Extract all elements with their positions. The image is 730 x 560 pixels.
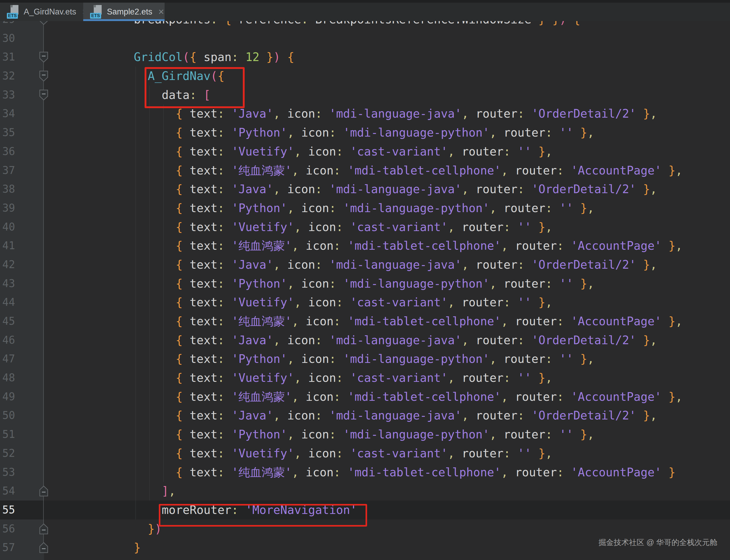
code-line-36[interactable]: 36{ text: 'Vuetify', icon: 'cast-variant… xyxy=(0,142,730,161)
line-number: 37 xyxy=(0,161,15,180)
fold-start-icon[interactable] xyxy=(39,70,48,83)
token: icon xyxy=(280,107,315,120)
token: , xyxy=(273,107,280,120)
code-line-37[interactable]: 37{ text: '纯血鸿蒙', icon: 'mdi-tablet-cell… xyxy=(0,161,730,180)
token: 'cast-variant' xyxy=(350,371,448,384)
code-line-35[interactable]: 35{ text: 'Python', icon: 'mdi-language-… xyxy=(0,123,730,142)
close-icon[interactable]: ✕ xyxy=(158,8,164,16)
token: router xyxy=(455,220,504,234)
code-line-53[interactable]: 53{ text: '纯血鸿蒙', icon: 'mdi-tablet-cell… xyxy=(0,463,730,482)
line-number: 31 xyxy=(0,48,15,67)
code-line-48[interactable]: 48{ text: 'Vuetify', icon: 'cast-variant… xyxy=(0,368,730,387)
token xyxy=(336,277,343,290)
annotation-box-morerouter xyxy=(159,504,367,527)
code-line-38[interactable]: 38{ text: 'Java', icon: 'mdi-language-ja… xyxy=(0,180,730,199)
token: , xyxy=(462,182,469,196)
token xyxy=(217,21,225,26)
code-line-39[interactable]: 39{ text: 'Python', icon: 'mdi-language-… xyxy=(0,199,730,218)
token xyxy=(532,145,539,158)
code-line-31[interactable]: 31GridCol({ span: 12 }) { xyxy=(0,48,730,67)
token xyxy=(224,126,231,139)
token: router xyxy=(469,258,518,271)
code-line-44[interactable]: 44{ text: 'Vuetify', icon: 'cast-variant… xyxy=(0,293,730,312)
token: , xyxy=(287,352,294,366)
token: router xyxy=(497,428,545,441)
code-line-34[interactable]: 34{ text: 'Java', icon: 'mdi-language-ja… xyxy=(0,104,730,123)
token xyxy=(224,182,231,196)
token: 'mdi-language-java' xyxy=(329,409,462,422)
code-line-50[interactable]: 50{ text: 'Java', icon: 'mdi-language-ja… xyxy=(0,406,730,425)
code-text: { text: '纯血鸿蒙', icon: 'mdi-tablet-cellph… xyxy=(176,463,676,482)
editor-tab-bar: ETS A_GirdNav.ets ✕ ETS Sample2.ets ✕ xyxy=(0,0,730,21)
token xyxy=(564,164,571,177)
fold-start-icon[interactable] xyxy=(39,51,48,64)
code-line-40[interactable]: 40{ text: 'Vuetify', icon: 'cast-variant… xyxy=(0,218,730,237)
token: '纯血鸿蒙' xyxy=(231,239,292,252)
code-text: { text: 'Python', icon: 'mdi-language-py… xyxy=(176,199,594,218)
token xyxy=(340,164,347,177)
tab-sample2-ets[interactable]: ETS Sample2.ets ✕ xyxy=(83,3,165,21)
token xyxy=(322,409,329,422)
code-line-46[interactable]: 46{ text: 'Java', icon: 'mdi-language-ja… xyxy=(0,331,730,350)
token: 'mdi-tablet-cellphone' xyxy=(347,239,501,252)
code-text: { text: 'Python', icon: 'mdi-language-py… xyxy=(176,425,594,444)
token: : xyxy=(504,145,511,158)
fold-start-icon[interactable] xyxy=(39,89,48,102)
code-line-30[interactable]: 30 xyxy=(0,29,730,48)
line-number: 36 xyxy=(0,142,15,161)
token: 'OrderDetail/2' xyxy=(532,258,636,271)
code-line-54[interactable]: 54], xyxy=(0,482,730,501)
token: ) xyxy=(273,50,280,64)
tab-a-girdnav-ets[interactable]: ETS A_GirdNav.ets ✕ xyxy=(0,3,83,21)
token: router xyxy=(497,126,545,139)
token: , xyxy=(168,484,176,498)
code-line-41[interactable]: 41{ text: '纯血鸿蒙', icon: 'mdi-tablet-cell… xyxy=(0,236,730,255)
token: , xyxy=(501,164,508,177)
code-line-51[interactable]: 51{ text: 'Python', icon: 'mdi-language-… xyxy=(0,425,730,444)
code-line-42[interactable]: 42{ text: 'Java', icon: 'mdi-language-ja… xyxy=(0,255,730,274)
token: : xyxy=(557,390,564,403)
token xyxy=(340,314,347,328)
fold-end-icon[interactable] xyxy=(39,485,48,498)
token: '' xyxy=(518,371,532,384)
code-line-52[interactable]: 52{ text: 'Vuetify', icon: 'cast-variant… xyxy=(0,444,730,463)
token: : xyxy=(217,201,225,215)
code-line-45[interactable]: 45{ text: '纯血鸿蒙', icon: 'mdi-tablet-cell… xyxy=(0,312,730,331)
token: router xyxy=(469,182,518,196)
code-line-33[interactable]: 33data: [ xyxy=(0,86,730,104)
code-editor[interactable]: 29breakpoints: { reference: BreakpointsR… xyxy=(0,21,730,560)
token: icon xyxy=(294,126,329,139)
fold-end-icon[interactable] xyxy=(39,542,48,554)
tab-label: A_GirdNav.ets xyxy=(24,7,76,17)
token: { xyxy=(176,390,183,403)
token: router xyxy=(497,277,545,290)
fold-end-icon[interactable] xyxy=(39,523,48,536)
token: , xyxy=(676,390,683,403)
token xyxy=(238,50,245,64)
token xyxy=(553,126,560,139)
token: : xyxy=(217,220,225,234)
token: : xyxy=(217,107,225,120)
token: '纯血鸿蒙' xyxy=(231,314,292,328)
token: : xyxy=(231,50,238,64)
token: : xyxy=(329,126,336,139)
token: : xyxy=(336,447,343,460)
tab-label: Sample2.ets xyxy=(107,7,152,17)
token: text xyxy=(182,145,217,158)
token: router xyxy=(469,409,518,422)
token xyxy=(224,164,231,177)
code-line-43[interactable]: 43{ text: 'Python', icon: 'mdi-language-… xyxy=(0,274,730,293)
code-line-47[interactable]: 47{ text: 'Python', icon: 'mdi-language-… xyxy=(0,349,730,368)
line-number: 51 xyxy=(0,425,15,444)
code-text: { text: 'Java', icon: 'mdi-language-java… xyxy=(176,406,657,425)
token xyxy=(224,447,231,460)
code-text: { text: 'Java', icon: 'mdi-language-java… xyxy=(176,104,657,123)
ets-file-icon: ETS xyxy=(7,5,19,19)
token xyxy=(567,21,574,26)
code-line-49[interactable]: 49{ text: '纯血鸿蒙', icon: 'mdi-tablet-cell… xyxy=(0,387,730,406)
token: text xyxy=(182,277,217,290)
token: text xyxy=(182,466,217,479)
code-line-32[interactable]: 32A_GirdNav({ xyxy=(0,67,730,86)
fold-start-icon[interactable] xyxy=(39,21,48,26)
code-line-29[interactable]: 29breakpoints: { reference: BreakpointsR… xyxy=(0,21,730,29)
